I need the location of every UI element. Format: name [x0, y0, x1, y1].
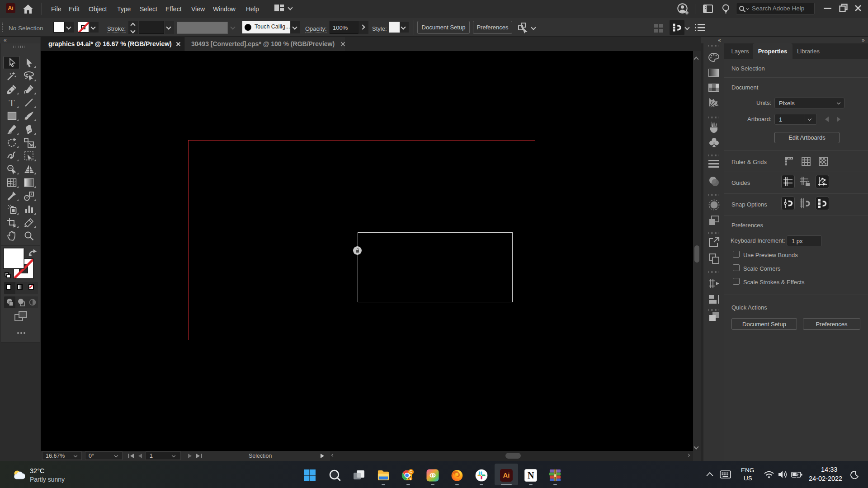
svg-text:T: T: [9, 98, 15, 108]
svg-text:c: c: [410, 477, 411, 480]
svg-text:C: C: [410, 469, 413, 474]
